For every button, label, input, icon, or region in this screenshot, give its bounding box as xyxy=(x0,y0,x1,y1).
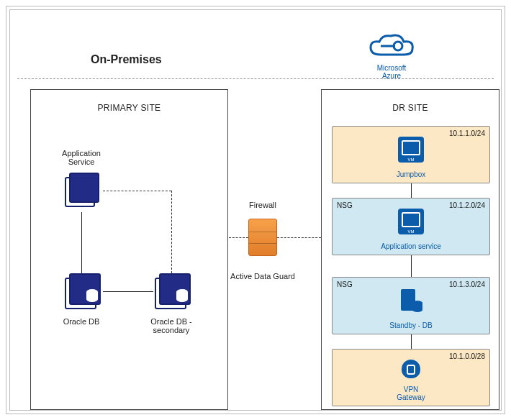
azure-cloud-icon xyxy=(366,32,417,62)
app-service-node: NSG 10.1.2.0/24 VM Application service xyxy=(332,198,490,255)
primary-site-title: PRIMARY SITE xyxy=(31,103,227,113)
firewall-label: Firewall xyxy=(230,201,295,209)
vm-icon: VM xyxy=(398,209,424,234)
standby-db-node: NSG 10.1.3.0/24 Standby - DB xyxy=(332,277,490,334)
connector xyxy=(411,183,412,198)
vpn-cidr: 10.1.0.0/28 xyxy=(449,352,485,360)
oracle-db-primary-label: Oracle DB xyxy=(49,317,114,326)
dr-site-box: DR SITE 10.1.1.0/24 VM Jumpbox NSG 10.1.… xyxy=(321,89,499,410)
standby-label: Standby - DB xyxy=(333,321,489,329)
primary-site-box: PRIMARY SITE Application Service Oracle … xyxy=(30,89,228,410)
diagram-inner-frame: On-Premises Microsoft Azure PRIMARY SITE… xyxy=(9,9,502,411)
oracle-db-secondary-label: Oracle DB - secondary xyxy=(139,317,204,334)
standby-cidr: 10.1.3.0/24 xyxy=(449,280,485,288)
azure-cloud-label: Microsoft Azure xyxy=(366,64,417,80)
connector-dashed xyxy=(171,191,172,273)
oracle-db-secondary-icon xyxy=(153,273,189,309)
diagram-frame: On-Premises Microsoft Azure PRIMARY SITE… xyxy=(6,6,505,414)
database-icon xyxy=(398,288,424,314)
app-service-icon xyxy=(63,173,99,209)
connector-dashed xyxy=(229,237,248,238)
connector xyxy=(411,334,412,349)
oracle-db-primary-icon xyxy=(63,273,99,309)
on-premises-heading: On-Premises xyxy=(91,53,162,66)
vpn-gateway-node: 10.1.0.0/28 VPN Gateway xyxy=(332,349,490,406)
dr-site-title: DR SITE xyxy=(322,103,499,113)
app-service-label: Application Service xyxy=(49,149,114,166)
connector-dashed xyxy=(103,191,171,191)
connector xyxy=(103,291,153,292)
firewall-icon xyxy=(248,219,277,256)
jumpbox-label: Jumpbox xyxy=(333,170,489,178)
app-service-cidr: 10.1.2.0/24 xyxy=(449,201,485,209)
active-data-guard-label: Active Data Guard xyxy=(230,272,295,280)
connector xyxy=(411,255,412,277)
vm-icon: VM xyxy=(398,137,424,163)
connector xyxy=(81,212,82,273)
vpn-label: VPN Gateway xyxy=(333,385,489,401)
app-service-nsg: NSG xyxy=(337,201,353,209)
divider-dashed xyxy=(17,78,494,79)
connector-dashed xyxy=(277,237,321,238)
jumpbox-node: 10.1.1.0/24 VM Jumpbox xyxy=(332,126,490,183)
standby-nsg: NSG xyxy=(337,280,353,288)
vpn-gateway-icon xyxy=(399,360,423,384)
jumpbox-cidr: 10.1.1.0/24 xyxy=(449,129,485,137)
app-service-label: Application service xyxy=(333,242,489,250)
